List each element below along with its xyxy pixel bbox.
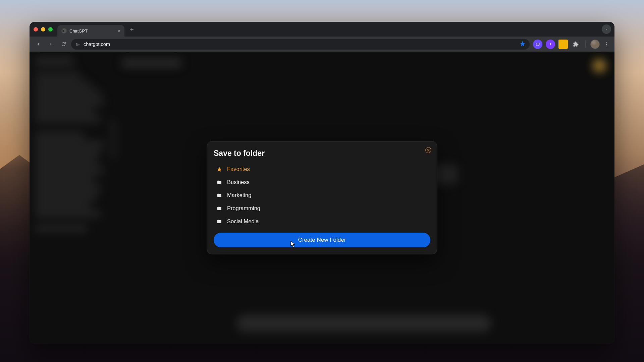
back-button[interactable] bbox=[33, 39, 43, 49]
folder-item-social-media[interactable]: Social Media bbox=[214, 215, 430, 228]
svg-rect-3 bbox=[76, 45, 78, 45]
svg-rect-1 bbox=[76, 43, 77, 43]
svg-rect-2 bbox=[76, 44, 79, 44]
folder-icon bbox=[216, 192, 222, 198]
tab-favicon bbox=[61, 28, 67, 34]
folder-label: Business bbox=[227, 179, 250, 185]
folder-label: Marketing bbox=[227, 192, 251, 198]
page-viewport: Save to folder Favorites Business bbox=[30, 52, 614, 344]
minimize-window-button[interactable] bbox=[41, 27, 45, 32]
profile-avatar[interactable] bbox=[590, 40, 600, 49]
tab-overflow-button[interactable] bbox=[602, 24, 611, 34]
folder-label: Favorites bbox=[227, 166, 250, 172]
forward-button[interactable] bbox=[46, 39, 56, 49]
folder-list: Favorites Business Marketing bbox=[214, 163, 430, 228]
create-new-folder-button[interactable]: Create New Folder bbox=[214, 233, 430, 247]
omnibox-url: chatgpt.com bbox=[84, 42, 110, 47]
extension-badge-2[interactable]: ✦ bbox=[546, 40, 555, 49]
bookmark-star-icon[interactable] bbox=[520, 41, 526, 48]
close-tab-icon[interactable]: × bbox=[117, 28, 120, 34]
maximize-window-button[interactable] bbox=[48, 27, 53, 32]
reload-button[interactable] bbox=[58, 39, 68, 49]
folder-icon bbox=[216, 179, 222, 185]
folder-label: Programming bbox=[227, 205, 260, 212]
folder-item-programming[interactable]: Programming bbox=[214, 202, 430, 215]
dialog-title: Save to folder bbox=[214, 149, 430, 158]
site-security-icon[interactable] bbox=[75, 42, 80, 47]
close-window-button[interactable] bbox=[34, 27, 38, 32]
extensions-button[interactable] bbox=[571, 40, 581, 49]
star-icon bbox=[216, 166, 222, 172]
extension-yellow[interactable] bbox=[558, 40, 568, 49]
folder-item-marketing[interactable]: Marketing bbox=[214, 189, 430, 202]
extension-badge-1[interactable]: 18 bbox=[533, 40, 542, 49]
folder-label: Social Media bbox=[227, 218, 259, 225]
toolbar-separator bbox=[585, 41, 586, 48]
omnibox[interactable]: chatgpt.com bbox=[71, 39, 530, 50]
save-to-folder-dialog: Save to folder Favorites Business bbox=[207, 141, 437, 254]
browser-window: ChatGPT × ＋ chatgpt.com 18 ✦ bbox=[30, 22, 614, 344]
tab-title: ChatGPT bbox=[69, 28, 88, 34]
new-tab-button[interactable]: ＋ bbox=[127, 24, 137, 34]
tab-strip: ChatGPT × ＋ bbox=[30, 22, 614, 37]
folder-item-favorites[interactable]: Favorites bbox=[214, 163, 430, 176]
browser-menu-button[interactable]: ⋮ bbox=[602, 40, 611, 48]
address-bar: chatgpt.com 18 ✦ ⋮ bbox=[30, 37, 614, 52]
close-dialog-button[interactable] bbox=[424, 146, 432, 154]
folder-icon bbox=[216, 219, 222, 225]
window-controls bbox=[34, 27, 53, 32]
browser-tab[interactable]: ChatGPT × bbox=[57, 25, 124, 37]
folder-icon bbox=[216, 205, 222, 212]
folder-item-business[interactable]: Business bbox=[214, 176, 430, 189]
